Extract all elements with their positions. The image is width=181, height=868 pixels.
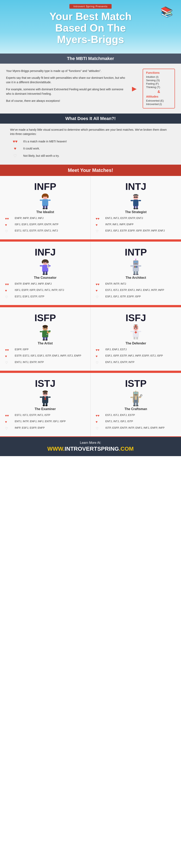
- svg-point-56: [136, 267, 137, 267]
- character-isfp: [38, 324, 52, 341]
- svg-rect-83: [135, 332, 137, 333]
- legend-could: ♥ It could work.: [10, 146, 171, 151]
- unlikely-matches-intp: ESFJ, ISFJ, ISTP, ESFP, ISFP: [105, 295, 141, 298]
- match-could-infp: ♥ ISFJ, ESFJ, ESFP, ISFP, ENTP, INTP: [5, 223, 85, 227]
- svg-rect-108: [48, 397, 51, 398]
- best-matches-istp: ESTJ, ISTJ, ENTJ, ESTP: [105, 413, 135, 417]
- website-url[interactable]: WWW.INTROVERTSPRING.COM: [4, 445, 177, 452]
- svg-point-79: [45, 339, 48, 341]
- matchmaker-para-2: Experts say that we usually fit best wit…: [6, 75, 126, 85]
- could-matches-isfj: ESFJ, ISFP, ESTP, INFJ, INFP, ESFP, ISTJ…: [105, 354, 163, 358]
- legend-best: ♥♥ It's a match made in MBTI heaven!: [10, 139, 171, 144]
- hearts-icon-best-istp: ♥♥: [96, 413, 103, 418]
- matchmaker-sidebar: Functions Intuition (I) Sensing (S) Feel…: [143, 69, 175, 108]
- svg-point-95: [136, 339, 138, 341]
- character-isfj: [129, 324, 143, 341]
- svg-rect-116: [134, 394, 137, 395]
- svg-point-17: [134, 196, 135, 197]
- unlikely-matches-intj: ESFJ, ISFJ, ESTP, ESFP, ISFP, ENTP, INFP…: [105, 229, 165, 232]
- legend-unlikely: ♡ Not likely, but still worth a try.: [10, 153, 171, 158]
- svg-point-34: [46, 262, 47, 263]
- svg-point-12: [45, 208, 48, 209]
- match-could-intj: ♥ INTP, INFJ, INFP, ENFP: [96, 223, 176, 227]
- match-best-intp: ♥♥ ENTP, INTP, INTJ: [96, 282, 176, 287]
- match-best-infj: ♥♥ ENTP, ENFP, INFJ, INFP, ENFJ: [5, 282, 85, 287]
- hearts-unlikely: ♡: [10, 153, 20, 158]
- svg-point-55: [135, 267, 136, 267]
- hearts-icon-unlikely-intj: ♡: [96, 229, 103, 234]
- presents-banner: Introvert Spring Presents: [8, 4, 173, 11]
- type-panel-istj: ISTJ: [0, 373, 90, 436]
- best-matches-istj: ESTJ, ISTJ, ESTP, INTJ, ISTP: [15, 413, 50, 417]
- character-istp: [129, 390, 143, 406]
- svg-rect-23: [138, 200, 141, 201]
- svg-rect-127: [134, 403, 135, 406]
- svg-rect-122: [134, 400, 138, 403]
- svg-rect-16: [134, 194, 137, 196]
- meaning-section: We've made a handy little visual scoreca…: [0, 124, 181, 165]
- legend-best-label: It's a match made in MBTI heaven!: [23, 140, 67, 143]
- avatar-intp: [96, 259, 176, 275]
- svg-point-44: [43, 274, 45, 275]
- hearts-icon-could-istp: ♥: [96, 420, 103, 424]
- meaning-intro: We've made a handy little visual scoreca…: [10, 128, 171, 136]
- svg-point-11: [43, 208, 45, 209]
- best-matches-intj: ENTJ, INTJ, ESTP, ENTP, ENTJ: [105, 216, 143, 220]
- hearts-icon-could-isfp: ♥: [5, 354, 13, 359]
- hearts-icon-best-intp: ♥♥: [96, 282, 103, 287]
- match-could-isfj: ♥ ESFJ, ISFP, ESTP, INFJ, INFP, ESFP, IS…: [96, 354, 176, 359]
- svg-point-32: [47, 260, 49, 264]
- svg-rect-22: [131, 200, 133, 201]
- match-could-infj: ♥ ISFJ, ESFP, ISFP, ENTJ, INTJ, INTP, IS…: [5, 288, 85, 293]
- svg-rect-60: [136, 271, 138, 274]
- header-character: 📚: [160, 6, 173, 18]
- types-row-1: INFP: [0, 176, 181, 240]
- svg-point-69: [47, 331, 48, 332]
- could-matches-intj: INTP, INFJ, INFP, ENFP: [105, 223, 134, 226]
- hearts-icon-could-isfj: ♥: [96, 354, 103, 359]
- svg-rect-8: [48, 199, 51, 201]
- character-infp: [38, 193, 52, 209]
- svg-point-31: [42, 260, 43, 264]
- hearts-icon-unlikely-isfj: ♡: [96, 360, 103, 365]
- match-unlikely-intj: ♡ ESFJ, ISFJ, ESTP, ESFP, ISFP, ENTP, IN…: [96, 229, 176, 234]
- type-panel-isfj: ISFJ: [90, 307, 181, 371]
- svg-rect-113: [133, 392, 138, 396]
- unlikely-matches-istj: INFP, ESFJ, ESFP, ENFP: [15, 426, 45, 430]
- avatar-infj: [5, 259, 85, 275]
- svg-rect-74: [40, 331, 42, 332]
- hearts-icon-best-isfj: ♥♥: [96, 348, 103, 352]
- unlikely-matches-isfp: ENTJ, INTJ, ENTP, INTP: [15, 360, 44, 364]
- hearts-icon-could-infj: ♥: [5, 288, 13, 293]
- svg-point-99: [43, 391, 48, 393]
- svg-rect-75: [48, 331, 51, 332]
- match-best-isfp: ♥♥ ESFP, ISFP: [5, 348, 85, 352]
- match-unlikely-istj: ♡ INFP, ESFJ, ESFP, ENFP: [5, 426, 85, 431]
- match-best-isfj: ♥♥ ISFJ, ENFJ, ESTJ: [96, 348, 176, 352]
- svg-point-5: [42, 195, 43, 198]
- match-could-istj: ♥ ENTJ, INTP, ENFJ, INFJ, ENTP, ISFJ, IS…: [5, 420, 85, 424]
- could-matches-istj: ENTJ, INTP, ENFJ, INFJ, ENTP, ISFJ, ISFP: [15, 420, 66, 423]
- hearts-icon-best-infj: ♥♥: [5, 282, 13, 287]
- svg-point-87: [136, 328, 137, 329]
- hearts-icon-unlikely-istp: ♡: [96, 426, 103, 431]
- svg-point-112: [45, 405, 48, 406]
- avatar-istj: [5, 390, 85, 406]
- matchmaker-text: Your Myers-Briggs personality type is ma…: [6, 69, 126, 108]
- svg-rect-14: [133, 199, 138, 206]
- hearts-could: ♥: [10, 146, 20, 151]
- meet-header: Meet Your Matches!: [0, 165, 181, 176]
- could-matches-infj: ISFJ, ESFP, ISFP, ENTJ, INTJ, INTP, ISTJ: [15, 288, 64, 292]
- match-unlikely-intp: ♡ ESFJ, ISFJ, ISTP, ESFP, ISFP: [96, 295, 176, 299]
- svg-point-73: [47, 334, 47, 335]
- main-title: Your Best Match Based On The Myers-Brigg…: [8, 11, 173, 45]
- hearts-icon-unlikely: ♡: [5, 229, 13, 234]
- svg-point-65: [43, 325, 48, 328]
- svg-rect-41: [48, 265, 51, 267]
- match-unlikely-isfj: ♡ ENTJ, INTJ, ENTP, INTP: [96, 360, 176, 365]
- character-intj: [129, 193, 143, 209]
- svg-point-101: [46, 393, 47, 394]
- svg-rect-48: [136, 261, 138, 262]
- match-unlikely-infj: ♡ ESTJ, ESFJ, ESTP, ISTP: [5, 295, 85, 299]
- hearts-icon-could-intp: ♥: [96, 288, 103, 293]
